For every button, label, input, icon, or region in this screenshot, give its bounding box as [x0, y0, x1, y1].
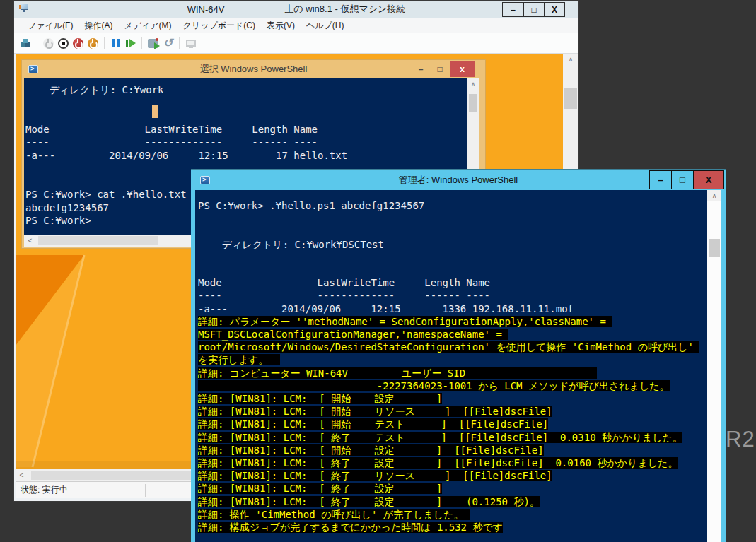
- ps-select-hscroll-thumb[interactable]: [38, 236, 158, 245]
- menu-help[interactable]: ヘルプ(H): [301, 18, 349, 34]
- console-line: 詳細: [WIN81]: LCM: [ 終了 設定 ] (0.1250 秒)。: [198, 495, 707, 508]
- console-line: 詳細: [WIN81]: LCM: [ 終了 設定 ] [[File]dscFi…: [198, 456, 707, 469]
- console-line: -2227364023-1001 から LCM メソッドが呼び出されました。: [198, 379, 707, 392]
- menu-action[interactable]: 操作(A): [79, 18, 117, 34]
- console-line: 詳細: [WIN81]: LCM: [ 終了 設定 ]: [198, 482, 707, 495]
- scroll-left-icon[interactable]: <: [16, 469, 28, 481]
- ps-select-minimize-button[interactable]: –: [412, 61, 430, 77]
- toolbar-separator: [37, 37, 37, 49]
- console-line: [25, 97, 467, 110]
- console-line: 詳細: 構成ジョブが完了するまでにかかった時間は 1.532 秒です: [198, 521, 707, 534]
- vm-display-vscroll-thumb[interactable]: [564, 88, 577, 109]
- console-line: Mode LastWriteTime Length Name: [25, 123, 467, 136]
- ps-admin-vscrollbar[interactable]: ∧: [707, 190, 721, 542]
- menu-view[interactable]: 表示(V): [262, 18, 300, 34]
- vm-minimize-button[interactable]: –: [503, 3, 523, 16]
- menu-clipboard[interactable]: クリップボード(C): [178, 18, 260, 34]
- console-line: [198, 251, 707, 264]
- console-line: [198, 225, 707, 237]
- ps-admin-title: 管理者: Windows PowerShell: [191, 174, 726, 187]
- ps-admin-vscroll-thumb[interactable]: [709, 239, 720, 257]
- console-line: 詳細: [WIN81]: LCM: [ 終了 リソース ] [[File]dsc…: [198, 469, 707, 482]
- ps-admin-window-controls: – □ X: [649, 170, 724, 189]
- vm-title-host: WIN-64V: [187, 4, 225, 15]
- vm-status-text: 状態: 実行中: [16, 484, 68, 496]
- statusbar-separator: [145, 484, 146, 497]
- menu-media[interactable]: メディア(M): [119, 18, 176, 34]
- console-line: ディレクトリ: C:¥work¥DSCTest: [198, 238, 707, 251]
- console-line: [198, 212, 707, 225]
- console-line: [25, 110, 467, 123]
- console-line: 詳細: パラメーター ''methodName' = SendConfigura…: [198, 315, 707, 328]
- console-line: 詳細: [WIN81]: LCM: [ 開始 設定 ] [[File]dscFi…: [198, 444, 707, 456]
- toolbar-separator: [179, 37, 180, 49]
- vm-display-hscroll-thumb[interactable]: [31, 471, 191, 480]
- stop-icon[interactable]: [56, 36, 71, 51]
- resume-icon[interactable]: [123, 36, 138, 51]
- vm-title-rest: 上の win8.1 - 仮想マシン接続: [284, 3, 405, 16]
- console-line: -a--- 2014/09/06 12:15 1336 192.168.11.1…: [198, 302, 707, 315]
- toolbar-separator: [141, 37, 142, 49]
- ps-select-maximize-button[interactable]: □: [430, 61, 450, 77]
- menu-file[interactable]: ファイル(F): [23, 18, 78, 34]
- ps-admin-window: 管理者: Windows PowerShell – □ X PS C:¥work…: [191, 169, 726, 542]
- console-line: 詳細: [WIN81]: LCM: [ 開始 リソース ] [[File]dsc…: [198, 405, 707, 418]
- console-line: ---- ------------- ------ ----: [198, 289, 707, 302]
- console-line: MSFT_DSCLocalConfigurationManager,'names…: [198, 328, 707, 341]
- ps-admin-close-button[interactable]: X: [693, 171, 723, 189]
- console-line: ---- ------------- ------ ----: [25, 136, 467, 149]
- console-line: PS C:¥work> .¥hello.ps1 abcdefg1234567: [198, 199, 707, 212]
- ps-admin-titlebar[interactable]: 管理者: Windows PowerShell: [191, 170, 726, 190]
- checkpoint-icon[interactable]: [146, 36, 161, 51]
- scroll-left-icon[interactable]: <: [24, 235, 36, 247]
- vm-window-title: WIN-64V 上の win8.1 - 仮想マシン接続: [14, 1, 578, 18]
- host-wallpaper-text: R2: [726, 427, 755, 452]
- vm-toolbar: ↺: [14, 33, 578, 54]
- console-line: を実行します。: [198, 353, 707, 366]
- enhanced-icon[interactable]: [183, 36, 198, 51]
- console-selection-cursor: [152, 105, 158, 118]
- vm-menubar: ファイル(F)操作(A)メディア(M)クリップボード(C)表示(V)ヘルプ(H): [14, 18, 578, 33]
- pause-icon[interactable]: [108, 36, 123, 51]
- scroll-up-icon[interactable]: ∧: [707, 190, 721, 201]
- console-line: 詳細: [WIN81]: LCM: [ 開始 テスト ] [[File]dscF…: [198, 418, 707, 430]
- ps-admin-console[interactable]: PS C:¥work> .¥hello.ps1 abcdefg1234567 デ…: [195, 190, 707, 542]
- start-icon[interactable]: [41, 36, 56, 51]
- console-line: 詳細: [WIN81]: LCM: [ 終了 テスト ] [[File]dscF…: [198, 431, 707, 444]
- vm-maximize-button[interactable]: □: [523, 3, 544, 16]
- ctrl-alt-del-icon[interactable]: [18, 36, 33, 51]
- shutdown-icon[interactable]: [86, 36, 100, 51]
- vm-titlebar[interactable]: WIN-64V 上の win8.1 - 仮想マシン接続 – □ X: [14, 1, 578, 18]
- console-line: 詳細: [WIN81]: LCM: [ 開始 設定 ]: [198, 392, 707, 405]
- vm-close-button[interactable]: X: [544, 3, 564, 16]
- ps-select-window-controls: – □ x: [412, 61, 475, 77]
- ps-admin-maximize-button[interactable]: □: [671, 171, 693, 189]
- vm-window-controls: – □ X: [502, 2, 565, 17]
- scroll-up-icon[interactable]: ∧: [467, 78, 479, 90]
- off-icon[interactable]: [71, 36, 86, 51]
- ps-admin-console-text: PS C:¥work> .¥hello.ps1 abcdefg1234567 デ…: [195, 190, 707, 534]
- ps-select-close-button[interactable]: x: [450, 61, 475, 77]
- revert-icon[interactable]: ↺: [161, 36, 175, 51]
- ps-admin-minimize-button[interactable]: –: [650, 171, 671, 189]
- toolbar-separator: [104, 37, 105, 49]
- scroll-up-icon[interactable]: ∧: [563, 54, 578, 65]
- console-line: Mode LastWriteTime Length Name: [198, 276, 707, 289]
- screen: R2 WIN-64V 上の win8.1 - 仮想マシン接続 – □ X ファイ…: [0, 0, 756, 542]
- ps-select-vscroll-thumb[interactable]: [469, 94, 477, 112]
- console-line: root/Microsoft/Windows/DesiredStateConfi…: [198, 341, 707, 353]
- console-line: 詳細: コンピューター WIN-64V ユーザー SID: [198, 367, 707, 379]
- console-line: ディレクトリ: C:¥work: [25, 83, 467, 97]
- console-line: 詳細: 操作 'CimMethod の呼び出し' が完了しました。: [198, 508, 707, 521]
- console-line: -a--- 2014/09/06 12:15 17 hello.txt: [25, 149, 467, 163]
- console-line: [198, 264, 707, 276]
